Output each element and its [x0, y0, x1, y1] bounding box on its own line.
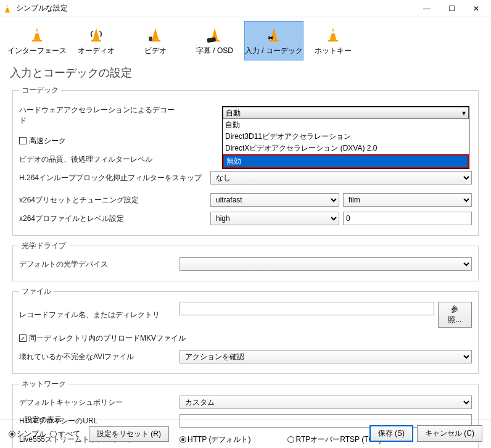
network-legend: ネットワーク [19, 379, 68, 389]
x264-preset-label: x264プリセットとチューニング設定 [19, 195, 210, 205]
cancel-button[interactable]: キャンセル (C) [417, 425, 482, 442]
hw-decode-select[interactable]: 自動 ▾ [223, 107, 469, 119]
simple-label: シンプル [17, 429, 46, 439]
file-fieldset: ファイル レコードファイル名、またはディレクトリ 参照... 同一ディレクトリ内… [12, 286, 479, 374]
optical-legend: 光学ドライブ [19, 241, 68, 251]
hw-decode-dropdown[interactable]: 自動 ▾ 自動 Direct3D11ビデオアクセラレーション DirectXビデ… [222, 106, 469, 169]
simple-radio[interactable]: シンプル [9, 429, 46, 439]
svg-rect-1 [7, 7, 9, 8]
cone-film-icon [147, 26, 164, 43]
page-title: 入力とコーデックの設定 [0, 60, 491, 85]
chevron-down-icon: ▾ [462, 109, 466, 117]
cone-codec-icon [265, 26, 283, 43]
minimize-button[interactable]: — [415, 1, 439, 17]
svg-marker-3 [34, 28, 41, 39]
window-title: シンプルな設定 [16, 3, 415, 14]
svg-rect-4 [35, 31, 38, 33]
file-legend: ファイル [19, 286, 54, 297]
hw-decode-option[interactable]: 自動 [223, 119, 469, 131]
x264-level-input[interactable] [343, 212, 472, 225]
preload-mkv-checkbox[interactable]: 同一ディレクトリ内のプリロードMKVファイル [19, 333, 186, 344]
optical-device-label: デフォルトの光学デバイス [19, 259, 179, 270]
tab-input-codecs[interactable]: 入力 / コーデック [244, 21, 303, 60]
fast-seek-label: 高速シーク [29, 136, 66, 146]
radio-on-icon [9, 431, 15, 438]
x264-profile-select[interactable]: high [210, 212, 339, 225]
svg-rect-2 [5, 12, 10, 13]
x264-preset-select[interactable]: ultrafast [210, 193, 339, 207]
tab-video[interactable]: ビデオ [126, 21, 185, 60]
x264-tune-select[interactable]: film [343, 193, 472, 207]
tab-label: 字幕 / OSD [196, 46, 233, 56]
record-input[interactable] [179, 302, 434, 315]
svg-marker-16 [330, 28, 337, 39]
tab-subtitles[interactable]: 字幕 / OSD [185, 21, 244, 60]
checkbox-icon [19, 137, 27, 144]
x264-profile-label: x264プロファイルとレベル設定 [19, 214, 210, 224]
svg-marker-8 [152, 28, 159, 39]
broken-avi-label: 壊れているか不完全なAVIファイル [19, 352, 179, 362]
cache-policy-select[interactable]: カスタム [179, 396, 472, 409]
codec-fieldset: コーデック ハードウェアアクセラレーションによるデコード 自動 ▾ 自動 Dir… [12, 85, 479, 236]
record-label: レコードファイル名、またはディレクトリ [19, 310, 179, 320]
all-radio[interactable]: すべて [50, 429, 80, 439]
hw-decode-selected: 自動 [226, 108, 241, 118]
quality-label: ビデオの品質、後処理フィルターレベル [19, 154, 179, 165]
close-button[interactable]: ✕ [464, 1, 489, 17]
titlebar: シンプルな設定 — ☐ ✕ [0, 0, 491, 17]
cache-policy-label: デフォルトキャッシュポリシー [19, 397, 179, 408]
cone-board-icon [206, 26, 223, 43]
window-controls: — ☐ ✕ [415, 1, 489, 17]
cone-icon [324, 26, 342, 43]
all-label: すべて [58, 429, 80, 439]
maximize-button[interactable]: ☐ [439, 1, 464, 17]
optical-device-select[interactable] [179, 257, 472, 271]
fast-seek-checkbox[interactable]: 高速シーク [19, 136, 66, 146]
hw-decode-label: ハードウェアアクセラレーションによるデコード [19, 105, 179, 126]
preload-mkv-label: 同一ディレクトリ内のプリロードMKVファイル [29, 333, 186, 344]
content: コーデック ハードウェアアクセラレーションによるデコード 自動 ▾ 自動 Dir… [0, 85, 491, 448]
tab-interface[interactable]: インターフェース [7, 21, 67, 60]
tab-audio[interactable]: オーディオ [67, 21, 126, 60]
svg-marker-0 [6, 5, 9, 12]
svg-marker-6 [93, 28, 100, 39]
cone-icon [28, 26, 46, 43]
svg-rect-13 [207, 37, 216, 43]
hw-decode-option[interactable]: Direct3D11ビデオアクセラレーション [223, 131, 469, 143]
cone-headphones-icon [88, 26, 105, 43]
tab-label: インターフェース [7, 46, 67, 56]
svg-rect-10 [149, 36, 152, 41]
radio-off-icon [50, 431, 57, 438]
tab-hotkeys[interactable]: ホットキー [303, 21, 363, 60]
show-settings-label: 設定の表示 [25, 415, 369, 425]
svg-rect-7 [91, 39, 101, 41]
reset-button[interactable]: 設定をリセット (R) [89, 426, 169, 442]
svg-rect-17 [331, 31, 334, 33]
category-toolbar: インターフェース オーディオ ビデオ 字幕 / OSD 入力 / コーデック ホ… [0, 17, 491, 60]
svg-rect-18 [328, 39, 338, 41]
svg-rect-15 [269, 39, 279, 41]
tab-label: ホットキー [315, 46, 352, 56]
hw-decode-option-highlighted[interactable]: 無効 [223, 154, 469, 168]
svg-rect-5 [32, 39, 42, 41]
codec-legend: コーデック [19, 85, 61, 96]
h264-skip-label: H.264インループブロック化抑止フィルターをスキップ [19, 173, 210, 183]
checkbox-checked-icon [19, 334, 27, 342]
broken-avi-select[interactable]: アクションを確認 [179, 350, 472, 363]
tab-label: オーディオ [78, 46, 115, 56]
tab-label: 入力 / コーデック [245, 46, 303, 56]
footer: 設定の表示 シンプル すべて 設定をリセット (R) 保存 (S) キャンセル … [0, 420, 491, 448]
vlc-cone-icon [2, 4, 12, 14]
h264-skip-select[interactable]: なし [210, 171, 472, 185]
tab-label: ビデオ [144, 46, 167, 56]
save-button[interactable]: 保存 (S) [369, 425, 413, 442]
hw-decode-option[interactable]: DirectXビデオアクセラレーション (DXVA) 2.0 [223, 143, 469, 154]
browse-button[interactable]: 参照... [438, 302, 472, 328]
optical-fieldset: 光学ドライブ デフォルトの光学デバイス [12, 241, 479, 281]
